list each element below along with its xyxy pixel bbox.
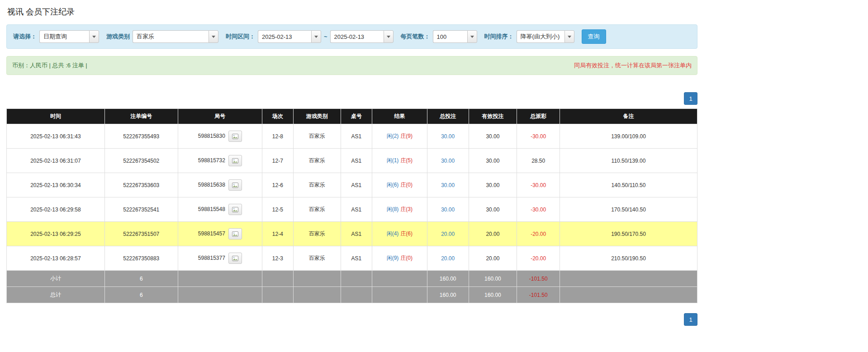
round-id-text: 598815732 [198,157,225,164]
cell-valid-bet: 30.00 [469,149,517,173]
cell-game-type: 百家乐 [293,173,341,197]
result-banker: 庄(5) [400,157,413,164]
cell-session: 12-7 [262,149,293,173]
summary-row: 总计6160.00160.00-101.50 [7,287,697,303]
total-bet-link[interactable]: 20.00 [441,255,455,262]
round-snapshot-button[interactable] [228,179,242,191]
result-banker: 庄(0) [400,255,413,261]
table-footer: 小计6160.00160.00-101.50总计6160.00160.00-10… [7,271,697,303]
chevron-down-icon[interactable] [384,30,394,43]
cell-bet-id: 522267354502 [104,149,178,173]
cell-valid-bet: 20.00 [469,222,517,246]
header-bet-id: 注单编号 [104,109,178,124]
cell-game-type: 百家乐 [293,197,341,222]
cell-table-no: AS1 [341,246,372,271]
round-snapshot-button[interactable] [228,131,242,142]
summary-cell [372,287,427,303]
game-type-combo [133,30,218,43]
total-bet-link[interactable]: 20.00 [441,231,455,237]
cell-table-no: AS1 [341,124,372,149]
chevron-down-icon[interactable] [209,30,218,43]
cell-remark: 210.50/190.50 [560,246,697,271]
result-player: 闲(8) [387,206,399,212]
result-banker: 庄(3) [400,206,413,212]
query-type-input[interactable] [39,30,89,43]
summary-cell [560,271,697,287]
cell-time: 2025-02-13 06:29:58 [7,197,105,222]
cell-game-type: 百家乐 [293,246,341,271]
cell-result: 闲(6)庄(0) [372,173,427,197]
date-to-combo [330,30,394,43]
total-bet-link[interactable]: 30.00 [441,182,455,188]
page-button-1[interactable]: 1 [684,313,697,326]
summary-cell: 160.00 [427,271,469,287]
cell-round: 598815638 [178,173,262,197]
total-bet-link[interactable]: 30.00 [441,207,455,213]
table-body: 2025-02-13 06:31:43 522267355493 5988158… [7,124,697,271]
date-from-combo [258,30,321,43]
summary-cell [262,287,293,303]
cell-table-no: AS1 [341,197,372,222]
cell-result: 闲(8)庄(3) [372,197,427,222]
pagination-top: 1 [6,92,697,105]
game-type-input[interactable] [133,30,209,43]
cell-time: 2025-02-13 06:28:57 [7,246,105,271]
cell-payout: -30.00 [517,197,560,222]
summary-cell: -101.50 [517,287,560,303]
page-size-input[interactable] [433,30,467,43]
chevron-down-icon[interactable] [564,30,574,43]
cell-valid-bet: 30.00 [469,197,517,222]
summary-cell [372,271,427,287]
page-button-1[interactable]: 1 [684,92,697,105]
total-bet-link[interactable]: 30.00 [441,133,455,140]
chevron-down-icon[interactable] [311,30,321,43]
round-snapshot-icon [232,158,238,164]
cell-round: 598815457 [178,222,262,246]
round-snapshot-button[interactable] [228,204,242,215]
cell-bet-id: 522267352541 [104,197,178,222]
cell-round: 598815377 [178,246,262,271]
table-row: 2025-02-13 06:31:43 522267355493 5988158… [7,124,697,149]
round-snapshot-button[interactable] [228,228,242,239]
summary-cell: 小计 [7,271,105,287]
result-player: 闲(9) [387,255,399,261]
chevron-down-icon[interactable] [467,30,477,43]
summary-cell: 6 [104,287,178,303]
chevron-down-icon[interactable] [89,30,99,43]
cell-total-bet: 30.00 [427,149,469,173]
cell-game-type: 百家乐 [293,149,341,173]
date-to-input[interactable] [330,30,384,43]
pagination-bottom: 1 [6,313,697,326]
search-button[interactable]: 查询 [582,29,606,44]
currency-total-text: 币别：人民币 | 总共 :6 注单 | [12,61,87,70]
bet-records-table: 时间 注单编号 局号 场次 游戏类别 桌号 结果 总投注 有效投注 总派彩 备注… [6,108,697,303]
summary-cell: 6 [104,271,178,287]
table-header: 时间 注单编号 局号 场次 游戏类别 桌号 结果 总投注 有效投注 总派彩 备注 [7,109,697,124]
filter-bar: 请选择： 游戏类别 时间区间： ~ 每页笔数： 时间排序： [6,24,697,49]
summary-cell [341,271,372,287]
round-snapshot-button[interactable] [228,155,242,166]
cell-table-no: AS1 [341,149,372,173]
cell-game-type: 百家乐 [293,222,341,246]
cell-remark: 110.50/139.00 [560,149,697,173]
select-type-label: 请选择： [13,33,37,41]
query-type-combo [39,30,99,43]
result-player: 闲(4) [387,230,399,237]
header-result: 结果 [372,109,427,124]
cell-remark: 140.50/110.50 [560,173,697,197]
date-from-input[interactable] [258,30,311,43]
round-snapshot-button[interactable] [228,253,242,264]
cell-payout: -30.00 [517,124,560,149]
round-snapshot-icon [232,256,238,261]
cell-time: 2025-02-13 06:30:34 [7,173,105,197]
round-snapshot-icon [232,231,238,237]
round-snapshot-icon [232,183,238,188]
summary-cell: 总计 [7,287,105,303]
range-separator: ~ [324,33,327,40]
total-bet-link[interactable]: 30.00 [441,158,455,164]
time-sort-input[interactable] [517,30,564,43]
cell-total-bet: 30.00 [427,173,469,197]
cell-session: 12-4 [262,222,293,246]
page-size-combo [433,30,477,43]
time-sort-combo [517,30,574,43]
